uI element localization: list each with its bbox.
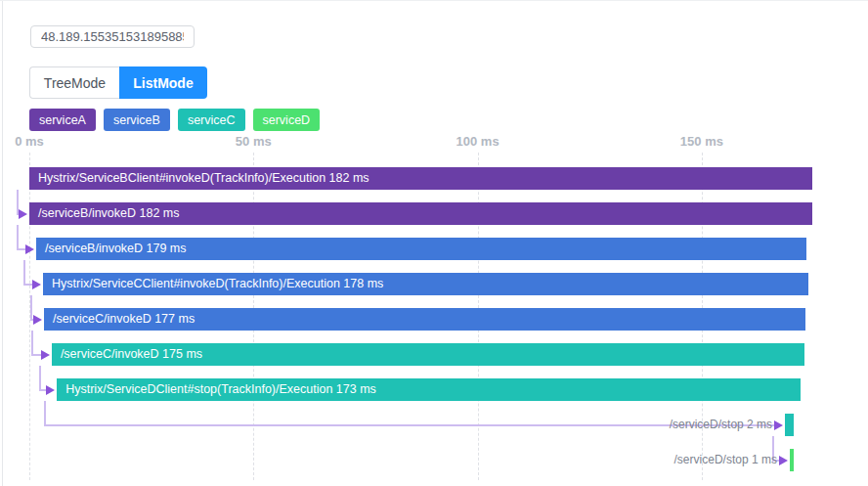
arrow-icon <box>33 315 42 325</box>
span-label: /serviceD/stop 2 ms <box>0 414 772 436</box>
axis-tick-label: 100 ms <box>456 134 499 149</box>
trace-id-input[interactable] <box>30 25 195 48</box>
axis-tick-label: 0 ms <box>15 134 44 149</box>
arrow-icon <box>19 209 27 219</box>
arrow-icon <box>32 280 41 289</box>
span-bar[interactable]: Hystrix/ServiceCClient#invokeD(TrackInfo… <box>43 273 808 295</box>
connector-line <box>17 225 19 250</box>
span-bar[interactable] <box>785 414 794 436</box>
span-bar[interactable]: /serviceB/invokeD 179 ms <box>36 238 806 260</box>
connector-line <box>39 389 46 391</box>
span-bar[interactable]: Hystrix/ServiceDClient#stop(TrackInfo)/E… <box>57 378 801 401</box>
arrow-icon <box>46 385 55 395</box>
legend-badge-serviceB: serviceB <box>104 109 170 131</box>
connector-line <box>30 295 32 321</box>
axis-tick-label: 150 ms <box>680 134 723 149</box>
trace-view: TreeMode ListMode serviceAserviceBservic… <box>0 0 868 486</box>
legend-badge-serviceA: serviceA <box>29 109 96 131</box>
tab-treemode[interactable]: TreeMode <box>29 66 119 99</box>
arrow-icon <box>779 456 788 465</box>
tab-listmode[interactable]: ListMode <box>119 66 207 99</box>
span-bar[interactable]: /serviceC/invokeD 177 ms <box>44 308 805 331</box>
connector-line <box>39 366 41 391</box>
axis-tick-label: 50 ms <box>236 134 272 149</box>
span-bar[interactable]: /serviceC/invokeD 175 ms <box>52 343 804 366</box>
connector-line <box>23 260 25 286</box>
arrow-icon <box>774 420 783 430</box>
legend-badge-serviceD: serviceD <box>253 109 321 131</box>
span-label: /serviceD/stop 1 ms <box>0 449 777 471</box>
span-bar[interactable] <box>790 449 794 471</box>
service-legend: serviceAserviceBserviceCserviceD <box>29 109 320 131</box>
connector-line <box>31 354 41 356</box>
mode-tabs: TreeMode ListMode <box>29 66 207 99</box>
arrow-icon <box>25 244 34 254</box>
connector-line <box>17 248 25 250</box>
legend-badge-serviceC: serviceC <box>178 109 245 131</box>
span-bar[interactable]: /serviceB/invokeD 182 ms <box>29 202 812 225</box>
connector-line <box>23 284 32 286</box>
connector-line <box>31 331 33 356</box>
span-bar[interactable]: Hystrix/ServiceBClient#invokeD(TrackInfo… <box>29 167 812 190</box>
arrow-icon <box>41 350 50 360</box>
